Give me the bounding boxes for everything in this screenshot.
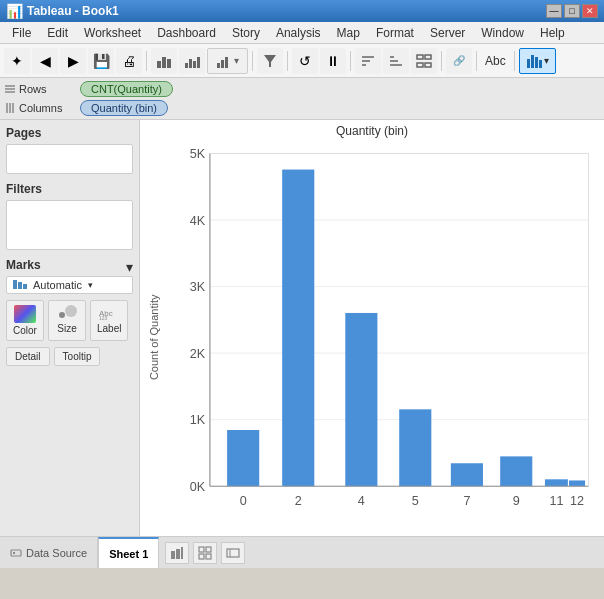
svg-rect-38 [210, 153, 589, 486]
svg-rect-5 [193, 61, 196, 68]
toolbar-back-btn[interactable]: ◀ [32, 48, 58, 74]
menu-window[interactable]: Window [473, 24, 532, 42]
title-bar: 📊 Tableau - Book1 — □ ✕ [0, 0, 604, 22]
svg-rect-6 [197, 57, 200, 68]
marks-dropdown-arrow: ▾ [88, 280, 93, 290]
toolbar: ✦ ◀ ▶ 💾 🖨 ▾ ↺ ⏸ 🔗 Abc ▾ [0, 44, 604, 78]
svg-rect-69 [206, 554, 211, 559]
svg-point-34 [59, 312, 65, 318]
pages-section: Pages [6, 126, 133, 174]
menu-analysis[interactable]: Analysis [268, 24, 329, 42]
chart-container: Count of Quantity 5K 4K [144, 142, 600, 532]
svg-rect-19 [417, 63, 423, 67]
bar-12[interactable] [569, 480, 585, 486]
toolbar-sort3-btn[interactable] [411, 48, 437, 74]
svg-marker-10 [264, 55, 276, 67]
svg-rect-61 [11, 550, 21, 556]
new-sheet-button[interactable] [165, 542, 189, 564]
filters-title: Filters [6, 182, 133, 196]
svg-rect-2 [167, 59, 171, 68]
sheet1-tab[interactable]: Sheet 1 [98, 537, 159, 568]
menu-help[interactable]: Help [532, 24, 573, 42]
tooltip-button[interactable]: Tooltip [54, 347, 101, 366]
toolbar-new-btn[interactable]: ✦ [4, 48, 30, 74]
bar-9[interactable] [500, 456, 532, 486]
menu-format[interactable]: Format [368, 24, 422, 42]
marks-type-dropdown[interactable]: Automatic ▾ [6, 276, 133, 294]
toolbar-save-btn[interactable]: 💾 [88, 48, 114, 74]
marks-expand-icon[interactable]: ▾ [126, 259, 133, 275]
svg-rect-4 [189, 59, 192, 68]
datasource-tab[interactable]: Data Source [0, 537, 98, 568]
bar-7[interactable] [451, 463, 483, 486]
svg-text:11: 11 [549, 494, 563, 508]
svg-rect-65 [181, 547, 183, 559]
label-button[interactable]: Abc123 Label [90, 300, 128, 341]
svg-text:2: 2 [295, 494, 302, 508]
toolbar-link-btn[interactable]: 🔗 [446, 48, 472, 74]
bar-5[interactable] [399, 409, 431, 486]
chart-title: Quantity (bin) [144, 124, 600, 138]
svg-text:9: 9 [513, 494, 520, 508]
bar-11[interactable] [545, 479, 568, 486]
toolbar-refresh-btn[interactable]: ↺ [292, 48, 318, 74]
detail-button[interactable]: Detail [6, 347, 50, 366]
rows-value[interactable]: CNT(Quantity) [80, 81, 173, 97]
menu-bar: File Edit Worksheet Dashboard Story Anal… [0, 22, 604, 44]
close-button[interactable]: ✕ [582, 4, 598, 18]
svg-rect-31 [13, 280, 17, 289]
menu-map[interactable]: Map [329, 24, 368, 42]
menu-dashboard[interactable]: Dashboard [149, 24, 224, 42]
color-icon [14, 305, 36, 323]
toolbar-pause-btn[interactable]: ⏸ [320, 48, 346, 74]
toolbar-sep3 [287, 51, 288, 71]
toolbar-sort2-btn[interactable] [383, 48, 409, 74]
svg-text:4: 4 [358, 494, 365, 508]
toolbar-chart2-btn[interactable] [179, 48, 205, 74]
bar-0[interactable] [227, 430, 259, 486]
svg-rect-66 [199, 547, 204, 552]
cols-row: Columns Quantity (bin) [4, 100, 600, 116]
toolbar-chart3-btn[interactable]: ▾ [207, 48, 248, 74]
toolbar-print-btn[interactable]: 🖨 [116, 48, 142, 74]
svg-rect-9 [225, 57, 228, 68]
toolbar-chart1-btn[interactable] [151, 48, 177, 74]
svg-point-35 [65, 305, 77, 317]
toolbar-filter-btn[interactable] [257, 48, 283, 74]
minimize-button[interactable]: — [546, 4, 562, 18]
svg-text:3K: 3K [190, 280, 206, 294]
chart-inner: 5K 4K 3K 2K 1K 0K [164, 142, 600, 532]
svg-rect-63 [171, 551, 175, 559]
svg-rect-33 [23, 284, 27, 289]
menu-worksheet[interactable]: Worksheet [76, 24, 149, 42]
menu-file[interactable]: File [4, 24, 39, 42]
svg-rect-0 [157, 61, 161, 68]
svg-rect-24 [539, 60, 542, 68]
menu-server[interactable]: Server [422, 24, 473, 42]
svg-text:2K: 2K [190, 347, 206, 361]
bar-2[interactable] [282, 170, 314, 487]
color-button[interactable]: Color [6, 300, 44, 341]
status-bar: Data Source Sheet 1 [0, 536, 604, 568]
toolbar-sep7 [514, 51, 515, 71]
maximize-button[interactable]: □ [564, 4, 580, 18]
cols-value[interactable]: Quantity (bin) [80, 100, 168, 116]
toolbar-sort1-btn[interactable] [355, 48, 381, 74]
toolbar-sep1 [146, 51, 147, 71]
filters-section: Filters [6, 182, 133, 250]
toolbar-chart-active-btn[interactable]: ▾ [519, 48, 556, 74]
bar-4[interactable] [345, 313, 377, 486]
menu-story[interactable]: Story [224, 24, 268, 42]
new-dashboard-button[interactable] [193, 542, 217, 564]
size-button[interactable]: Size [48, 300, 86, 341]
svg-rect-7 [217, 63, 220, 68]
marks-title: Marks [6, 258, 41, 272]
title-bar-text: Tableau - Book1 [27, 4, 119, 18]
svg-rect-68 [199, 554, 204, 559]
filters-box [6, 200, 133, 250]
sheet-add-buttons [165, 542, 245, 564]
menu-edit[interactable]: Edit [39, 24, 76, 42]
new-story-button[interactable] [221, 542, 245, 564]
toolbar-forward-btn[interactable]: ▶ [60, 48, 86, 74]
toolbar-sep5 [441, 51, 442, 71]
